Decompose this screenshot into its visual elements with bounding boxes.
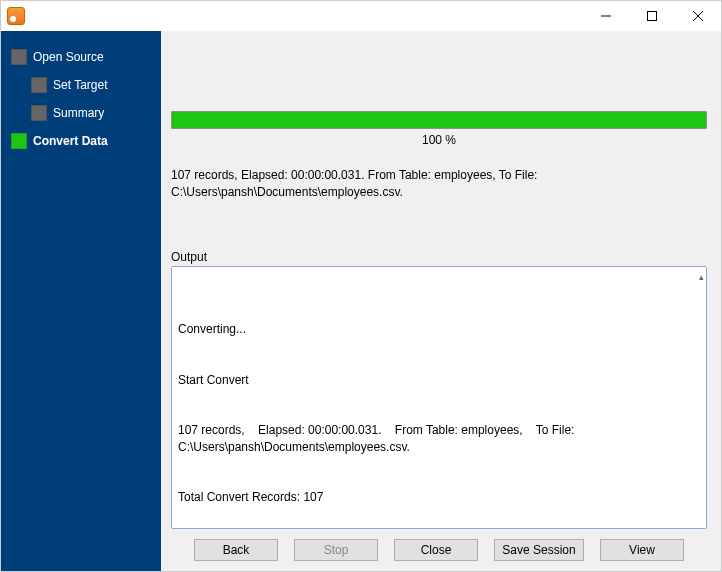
svg-rect-1: [648, 12, 657, 21]
sidebar-item-label: Set Target: [53, 78, 107, 92]
output-line: Start Convert: [178, 372, 700, 389]
sidebar-item-label: Open Source: [33, 50, 104, 64]
output-line: Converting...: [178, 321, 700, 338]
summary-line: C:\Users\pansh\Documents\employees.csv.: [171, 184, 707, 201]
button-bar: Back Stop Close Save Session View: [171, 529, 707, 563]
maximize-button[interactable]: [629, 1, 675, 31]
save-session-button[interactable]: Save Session: [494, 539, 584, 561]
wizard-sidebar: Open Source Set Target Summary Convert D…: [1, 31, 161, 571]
step-box-icon: [11, 49, 27, 65]
output-label: Output: [171, 250, 707, 264]
sidebar-item-label: Summary: [53, 106, 104, 120]
close-panel-button[interactable]: Close: [394, 539, 478, 561]
progress-percent-label: 100 %: [171, 133, 707, 147]
main-panel: 100 % 107 records, Elapsed: 00:00:00.031…: [161, 31, 721, 571]
app-window: Open Source Set Target Summary Convert D…: [0, 0, 722, 572]
content-area: Open Source Set Target Summary Convert D…: [1, 31, 721, 571]
view-button[interactable]: View: [600, 539, 684, 561]
progress-bar: [171, 111, 707, 129]
output-textarea[interactable]: ▴ Converting... Start Convert 107 record…: [171, 266, 707, 529]
sidebar-item-label: Convert Data: [33, 134, 108, 148]
window-controls: [583, 1, 721, 31]
sidebar-item-set-target[interactable]: Set Target: [1, 71, 161, 99]
sidebar-item-convert-data[interactable]: Convert Data: [1, 127, 161, 155]
output-line: Total Convert Records: 107: [178, 489, 700, 506]
scroll-up-icon[interactable]: ▴: [699, 271, 704, 284]
minimize-button[interactable]: [583, 1, 629, 31]
summary-text: 107 records, Elapsed: 00:00:00.031. From…: [171, 167, 707, 202]
back-button[interactable]: Back: [194, 539, 278, 561]
step-box-icon: [11, 133, 27, 149]
close-button[interactable]: [675, 1, 721, 31]
sidebar-item-summary[interactable]: Summary: [1, 99, 161, 127]
stop-button[interactable]: Stop: [294, 539, 378, 561]
titlebar: [1, 1, 721, 31]
summary-line: 107 records, Elapsed: 00:00:00.031. From…: [171, 167, 707, 184]
progress-section: 100 %: [171, 111, 707, 147]
output-line: 107 records, Elapsed: 00:00:00.031. From…: [178, 422, 700, 456]
sidebar-item-open-source[interactable]: Open Source: [1, 43, 161, 71]
step-box-icon: [31, 77, 47, 93]
app-icon: [7, 7, 25, 25]
step-box-icon: [31, 105, 47, 121]
